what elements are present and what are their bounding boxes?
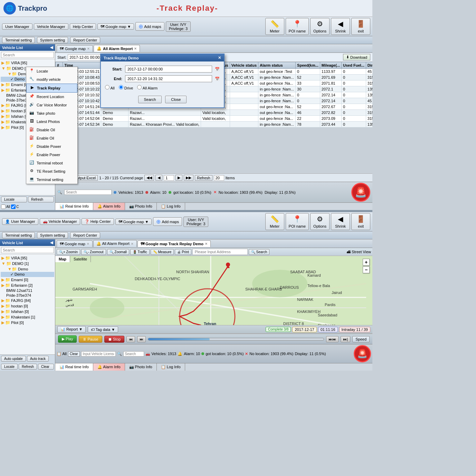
modal-calendar-1[interactable]: 📅 bbox=[215, 67, 220, 72]
list-item[interactable]: ▶📁 VIRA [95] bbox=[1, 255, 54, 261]
google-map-select[interactable]: 🗺 Google map ▼ bbox=[97, 23, 134, 30]
auto-update-checkbox[interactable] bbox=[1, 204, 6, 209]
map-tab-satellite[interactable]: Satellite bbox=[70, 256, 91, 262]
tab-alarm-info[interactable]: 🔔 Alarm Info bbox=[93, 203, 125, 210]
refresh-btn-1[interactable]: Refresh bbox=[28, 197, 54, 202]
lower-add-maps-btn[interactable]: ⊕ Add maps bbox=[153, 217, 182, 226]
modal-end-input[interactable] bbox=[125, 75, 212, 82]
tab-realtime-info[interactable]: 📊 Real time Info bbox=[55, 203, 93, 210]
table-row[interactable]: 9 2017-12-07 14:52:04 Demo Razavi... Val… bbox=[56, 116, 373, 122]
lower-search-input[interactable] bbox=[1, 247, 54, 253]
alarm-search-input[interactable] bbox=[64, 190, 112, 195]
lower-shrink-btn[interactable]: ◀Shrink bbox=[331, 213, 350, 230]
pause-btn[interactable]: ⏸ Pause bbox=[79, 336, 102, 343]
lower-terminal-setting-btn[interactable]: Terminal setting bbox=[2, 232, 35, 238]
lower-tab-close-3[interactable]: ✕ bbox=[205, 242, 208, 246]
radio-all-label[interactable]: All bbox=[105, 85, 115, 90]
download-btn[interactable]: ⬇ Download bbox=[343, 54, 370, 60]
radio-drive[interactable] bbox=[119, 85, 123, 89]
lower-tab-google-map[interactable]: 🗺 Google map ✕ bbox=[57, 240, 93, 247]
sidebar-search-input[interactable] bbox=[1, 52, 54, 58]
lower-tab-close-1[interactable]: ✕ bbox=[87, 242, 89, 246]
skip-forward-btn[interactable]: ⏭⏭ bbox=[326, 336, 339, 342]
table-row[interactable]: 8 2017-12-07 14:51:44 Demo Razavi... Val… bbox=[56, 110, 373, 116]
context-terminal-setting[interactable]: 💻 Terminal setting bbox=[26, 175, 77, 184]
lower-locate-btn[interactable]: Locate bbox=[1, 364, 18, 370]
context-locate[interactable]: 📍 Locate bbox=[26, 67, 77, 75]
context-enable-oil[interactable]: ⛽ Enable Oil bbox=[26, 134, 77, 142]
items-per-page-input[interactable] bbox=[214, 175, 224, 181]
lower-tab-realtime[interactable]: 📊 Real time Info bbox=[55, 363, 93, 371]
lower-tab-close-2[interactable]: ✕ bbox=[131, 242, 134, 246]
table-row[interactable]: 10 2017-12-07 14:52:34 Demo Razavi... Kh… bbox=[56, 122, 373, 127]
map-tab-map[interactable]: Map bbox=[55, 256, 70, 262]
lower-help-center-btn[interactable]: ❓ Help Center bbox=[82, 218, 114, 225]
tab-log-info[interactable]: 📋 Log Info bbox=[157, 203, 185, 210]
list-item[interactable]: ▶📁 Erfaniann [2] bbox=[1, 283, 54, 288]
meter-btn[interactable]: 📏 Meter bbox=[265, 18, 284, 35]
lower-exit-btn[interactable]: 🚪exit bbox=[351, 213, 370, 230]
next-track-btn[interactable]: ⏭ bbox=[137, 336, 146, 342]
shrink-btn[interactable]: ◀ Shrink bbox=[331, 18, 350, 35]
context-disable-power[interactable]: ⚡ Disable Power bbox=[26, 142, 77, 151]
print-btn[interactable]: 🖨 Print bbox=[175, 249, 191, 255]
street-view-btn[interactable]: 🏙 Street View bbox=[347, 250, 371, 254]
modal-search-btn[interactable]: Search bbox=[138, 96, 162, 103]
system-setting-btn[interactable]: System setting bbox=[37, 37, 68, 43]
list-item[interactable]: Pride-37be374 bbox=[1, 293, 54, 298]
sidebar-collapse-btn[interactable]: ◀ bbox=[50, 45, 53, 50]
report-btn[interactable]: 📊 Report ▼ bbox=[57, 326, 86, 333]
terminal-setting-btn[interactable]: Terminal setting bbox=[2, 37, 35, 43]
options-btn[interactable]: ⚙ Options bbox=[310, 18, 330, 35]
list-item[interactable]: ▼📁 Demo bbox=[1, 266, 54, 272]
lower-clear-btn[interactable]: Clear bbox=[38, 364, 54, 370]
context-track-replay[interactable]: ▶ Track Replay bbox=[26, 84, 77, 93]
lower-search-input-status[interactable] bbox=[123, 351, 144, 356]
next-btn[interactable]: ▶ bbox=[175, 175, 182, 181]
zoom-in-map-btn[interactable]: + bbox=[363, 259, 370, 266]
next-page-btn[interactable]: ▶▶ bbox=[184, 175, 193, 181]
traffic-btn[interactable]: 🚦 Traffic bbox=[130, 249, 150, 255]
list-item[interactable]: ▶📁 hootan [0] bbox=[1, 303, 54, 309]
context-modify-vehicle[interactable]: 🔧 modify vehicle bbox=[26, 75, 77, 84]
tab-google-map[interactable]: 🗺 Google map ✕ bbox=[57, 45, 93, 52]
context-car-voice[interactable]: 🔊 Car Voice Monitor bbox=[26, 101, 77, 109]
poi-name-btn[interactable]: 📍 POI name bbox=[286, 18, 309, 35]
progress-track[interactable] bbox=[148, 338, 324, 341]
all-checkbox[interactable] bbox=[11, 204, 16, 209]
lower-sidebar-collapse[interactable]: ◀ bbox=[50, 240, 53, 245]
modal-close-btn[interactable]: ✕ bbox=[218, 56, 221, 60]
radio-all-alarm[interactable] bbox=[137, 85, 142, 89]
context-te-reset[interactable]: ⚙ TE Reset Setting bbox=[26, 167, 77, 175]
list-item[interactable]: ▶📁 Isfahan [0] bbox=[1, 309, 54, 314]
zoom-out-btn[interactable]: 🔍- Zoomout bbox=[81, 249, 106, 255]
context-recent-location[interactable]: 📌 Recent Location bbox=[26, 93, 77, 101]
prev-btn[interactable]: ◀ bbox=[155, 175, 162, 181]
lower-system-setting-btn[interactable]: System setting bbox=[37, 232, 68, 238]
radio-all[interactable] bbox=[105, 85, 110, 89]
lower-options-btn[interactable]: ⚙Options bbox=[310, 213, 330, 230]
map-address-input[interactable] bbox=[192, 249, 248, 255]
lower-tab-photo[interactable]: 📷 Photo Info bbox=[125, 363, 157, 371]
lower-vehicle-manager-btn[interactable]: 🚗 Vehicle Manager bbox=[40, 218, 80, 225]
list-item[interactable]: BMW-12sat711 bbox=[1, 288, 54, 293]
map-search-btn[interactable]: 🔍 Search bbox=[249, 249, 269, 255]
lower-google-map-select[interactable]: 🗺 Google map ▼ bbox=[115, 219, 152, 225]
refresh-upper-btn[interactable]: Refresh bbox=[195, 175, 212, 181]
zoom-in-btn[interactable]: 🔍+ Zoomin bbox=[57, 249, 80, 255]
lower-tab-track-replay[interactable]: 🗺 Google map Track Replay Demo ✕ bbox=[137, 240, 211, 247]
lower-user-manager-btn[interactable]: 👤 User Manager bbox=[2, 218, 38, 225]
context-latest-photos[interactable]: 🖼 Latest Photos bbox=[26, 117, 77, 126]
skip-end-btn[interactable]: ⏭| bbox=[341, 336, 350, 342]
page-number-input[interactable] bbox=[164, 175, 174, 181]
lower-auto-track-btn[interactable]: Auto track bbox=[27, 356, 49, 362]
lower-meter-btn[interactable]: 📏Meter bbox=[265, 213, 284, 230]
add-maps-btn[interactable]: ⊕ Add maps bbox=[135, 22, 164, 31]
user-manager-btn[interactable]: User Manager bbox=[2, 23, 32, 30]
list-item[interactable]: ▶📁 Pilot [0] bbox=[1, 320, 54, 325]
exit-btn[interactable]: 🚪 exit bbox=[351, 18, 370, 35]
modal-start-input[interactable] bbox=[125, 66, 212, 73]
radio-alarm-label[interactable]: All Alarm bbox=[137, 85, 158, 90]
play-btn[interactable]: ▶ Play bbox=[58, 335, 77, 343]
zoom-out-map-btn[interactable]: − bbox=[363, 266, 370, 273]
